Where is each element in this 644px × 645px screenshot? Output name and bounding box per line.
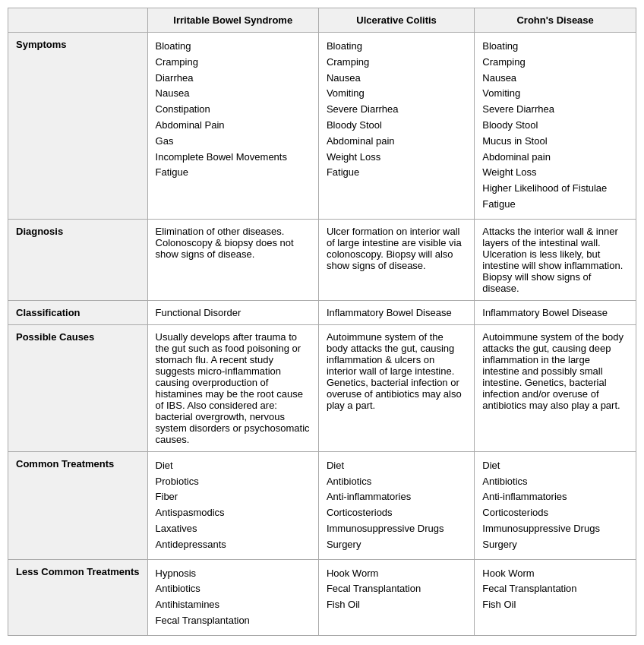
list-item: Gas: [156, 134, 311, 150]
list-item: Higher Likelihood of Fistulae: [482, 181, 628, 197]
row-label: Symptoms: [8, 33, 148, 220]
list-item: Bloody Stool: [482, 118, 628, 134]
cell-ibs-4: DietProbioticsFiberAntispasmodicsLaxativ…: [147, 451, 318, 559]
list-item: Constipation: [156, 102, 311, 118]
list-item: Fiber: [156, 489, 311, 505]
list-item: Vomiting: [482, 86, 628, 102]
cell-cd-5: Hook WormFecal TransplantationFish Oil: [475, 559, 636, 635]
table-row: Possible CausesUsually develops after tr…: [8, 324, 636, 451]
list-item: Immunosuppressive Drugs: [482, 521, 628, 537]
row-label: Possible Causes: [8, 324, 148, 451]
cell-uc-4: DietAntibioticsAnti-inflammatoriesCortic…: [318, 451, 474, 559]
list-item: Fish Oil: [482, 597, 628, 613]
list-item: Hook Worm: [482, 566, 628, 582]
list-item: Anti-inflammatories: [327, 489, 466, 505]
list-item: Weight Loss: [327, 150, 466, 166]
cell-ibs-2: Functional Disorder: [147, 300, 318, 324]
cell-ibs-0: BloatingCrampingDiarrheaNauseaConstipati…: [147, 33, 318, 220]
list-item: Weight Loss: [482, 165, 628, 181]
list-item: Fatigue: [327, 165, 466, 181]
list-item: Bloating: [327, 39, 466, 55]
list-item: Diet: [482, 458, 628, 474]
list-item: Surgery: [327, 537, 466, 553]
list-item: Diet: [327, 458, 466, 474]
list-item: Abdominal pain: [327, 134, 466, 150]
cell-cd-3: Autoimmune system of the body attacks th…: [475, 324, 636, 451]
list-item: Immunosuppressive Drugs: [327, 521, 466, 537]
cell-cd-0: BloatingCrampingNauseaVomitingSevere Dia…: [475, 33, 636, 220]
table-row: ClassificationFunctional DisorderInflamm…: [8, 300, 636, 324]
list-item: Incomplete Bowel Movements: [156, 150, 311, 166]
cell-uc-0: BloatingCrampingNauseaVomitingSevere Dia…: [318, 33, 474, 220]
header-ibs: Irritable Bowel Syndrome: [147, 8, 318, 33]
row-label: Less Common Treatments: [8, 559, 148, 635]
list-item: Corticosteriods: [327, 505, 466, 521]
list-item: Diet: [156, 458, 311, 474]
list-item: Anti-inflammatories: [482, 489, 628, 505]
comparison-table: Irritable Bowel Syndrome Ulcerative Coli…: [8, 8, 636, 636]
row-label: Common Treatments: [8, 451, 148, 559]
list-item: Nausea: [156, 86, 311, 102]
row-label: Diagnosis: [8, 219, 148, 300]
list-item: Bloating: [482, 39, 628, 55]
list-item: Severe Diarrhea: [482, 102, 628, 118]
header-cd: Crohn's Disease: [475, 8, 636, 33]
list-item: Probiotics: [156, 474, 311, 490]
list-item: Hook Worm: [327, 566, 466, 582]
list-item: Fecal Transplantation: [482, 581, 628, 597]
cell-uc-3: Autoimmune system of the body attacks th…: [318, 324, 474, 451]
cell-uc-2: Inflammatory Bowel Disease: [318, 300, 474, 324]
cell-ibs-3: Usually develops after trauma to the gut…: [147, 324, 318, 451]
list-item: Abdominal pain: [482, 150, 628, 166]
table-row: Common TreatmentsDietProbioticsFiberAnti…: [8, 451, 636, 559]
list-item: Severe Diarrhea: [327, 102, 466, 118]
list-item: Corticosteriods: [482, 505, 628, 521]
list-item: Fatigue: [482, 197, 628, 213]
list-item: Hypnosis: [156, 566, 311, 582]
list-item: Nausea: [482, 71, 628, 87]
list-item: Antihistamines: [156, 597, 311, 613]
header-empty: [8, 8, 148, 33]
cell-cd-2: Inflammatory Bowel Disease: [475, 300, 636, 324]
list-item: Surgery: [482, 537, 628, 553]
list-item: Antibiotics: [327, 474, 466, 490]
header-uc: Ulcerative Colitis: [318, 8, 474, 33]
list-item: Antidepressants: [156, 537, 311, 553]
list-item: Antispasmodics: [156, 505, 311, 521]
list-item: Cramping: [482, 55, 628, 71]
row-label: Classification: [8, 300, 148, 324]
list-item: Vomiting: [327, 86, 466, 102]
list-item: Cramping: [156, 55, 311, 71]
list-item: Antibiotics: [156, 581, 311, 597]
list-item: Diarrhea: [156, 71, 311, 87]
cell-uc-5: Hook WormFecal TransplantationFish Oil: [318, 559, 474, 635]
list-item: Fatigue: [156, 165, 311, 181]
table-row: DiagnosisElimination of other diseases. …: [8, 219, 636, 300]
table-row: SymptomsBloatingCrampingDiarrheaNauseaCo…: [8, 33, 636, 220]
cell-cd-1: Attacks the interior wall & inner layers…: [475, 219, 636, 300]
list-item: Bloating: [156, 39, 311, 55]
table-row: Less Common TreatmentsHypnosisAntibiotic…: [8, 559, 636, 635]
list-item: Fecal Transplantation: [156, 613, 311, 629]
list-item: Bloody Stool: [327, 118, 466, 134]
cell-ibs-5: HypnosisAntibioticsAntihistaminesFecal T…: [147, 559, 318, 635]
list-item: Nausea: [327, 71, 466, 87]
list-item: Cramping: [327, 55, 466, 71]
list-item: Laxatives: [156, 521, 311, 537]
list-item: Fecal Transplantation: [327, 581, 466, 597]
list-item: Fish Oil: [327, 597, 466, 613]
cell-uc-1: Ulcer formation on interior wall of larg…: [318, 219, 474, 300]
cell-cd-4: DietAntibioticsAnti-inflammatoriesCortic…: [475, 451, 636, 559]
list-item: Abdominal Pain: [156, 118, 311, 134]
cell-ibs-1: Elimination of other diseases. Colonosco…: [147, 219, 318, 300]
list-item: Mucus in Stool: [482, 134, 628, 150]
list-item: Antibiotics: [482, 474, 628, 490]
